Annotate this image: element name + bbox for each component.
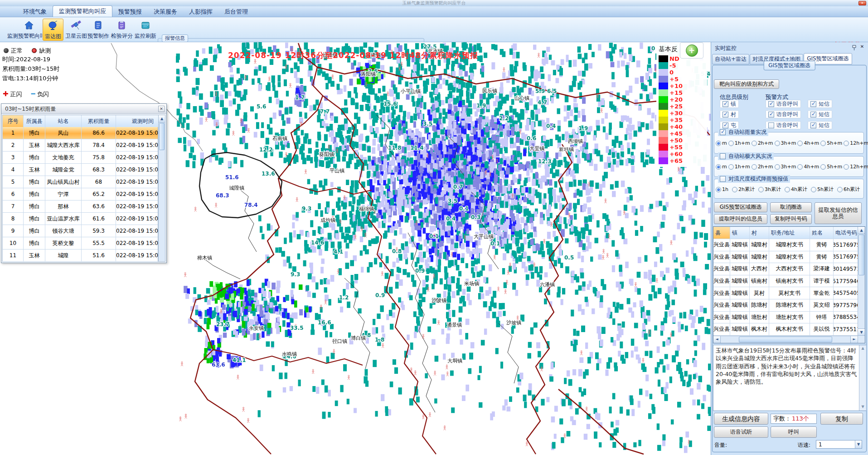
checkbox[interactable] [810,101,816,107]
table-row[interactable]: 1博白凤山86.62022-08-19 15:00 [3,127,158,139]
gis-select-button[interactable]: GIS预警区域圈选 [714,202,767,212]
checkbox[interactable] [723,112,728,117]
cancel-select-button[interactable]: 取消圈选 [770,202,812,212]
radio-icon[interactable] [752,141,757,146]
voice-call-checkbox-村[interactable]: 语音呼叫 [766,110,801,118]
radio-option-1h[interactable]: 1h [716,186,728,192]
radio-option-12h+m[interactable]: 12h+m [844,164,868,170]
contact-table-vscrollbar[interactable]: ▲ ▼ [858,227,865,343]
rain-table-close-icon[interactable]: ✕ [158,106,165,112]
tab-自动站+雷达[interactable]: 自动站+雷达 [712,54,749,64]
table-row[interactable]: 5博白凤山镇凤山村682022-08-19 15:00 [3,176,158,188]
column-header[interactable]: 所属县 [24,115,45,127]
checkbox[interactable] [810,112,816,117]
toolbar-item-检验评分[interactable]: 检验评分 [111,19,133,41]
window-close-button[interactable]: ✕ [858,1,866,5]
table-row[interactable]: 11玉林城隍51.62022-08-19 15:00 [3,250,158,262]
radio-option-4h+m[interactable]: 4h+m [797,140,819,146]
menu-item-环境气象[interactable]: 环境气象 [17,6,53,17]
radio-icon[interactable] [797,141,803,146]
forecast-group-checkbox[interactable] [720,176,726,182]
table-row[interactable]: 9博白顿谷大塘59.32022-08-19 15:00 [3,225,158,237]
scroll-right-icon[interactable]: ► [850,336,858,343]
checkbox[interactable] [723,122,728,128]
radio-option-5h+m[interactable]: 5h+m [820,164,842,170]
voice-call-checkbox-屯[interactable]: 语音呼叫 [766,121,801,129]
call-button[interactable]: 呼叫 [771,426,817,438]
pin-icon[interactable] [851,44,857,50]
radio-icon[interactable] [820,164,826,170]
scroll-up-icon[interactable]: ▲ [859,345,866,352]
radio-icon[interactable] [844,164,849,170]
scroll-thumb[interactable] [159,123,165,150]
checkbox[interactable] [768,112,774,117]
radio-icon[interactable] [775,164,780,170]
radio-option-2h+m[interactable]: 2h+m [752,164,773,170]
speed-dropdown[interactable]: 1 ▼ [816,440,862,449]
level-checkbox-村[interactable]: 村 [720,110,739,118]
toolbar-item-雷达图[interactable]: 雷达图 [43,19,63,41]
menu-item-决策服务[interactable]: 决策服务 [148,6,183,17]
contact-row[interactable]: 兴业县城隍镇城隍村城隍村支书黄铸1351769759 [713,251,865,264]
toolbar-item-预警制作[interactable]: 预警制作 [87,19,110,41]
generate-message-button[interactable]: 生成信息内容 [714,413,768,425]
table-row[interactable]: 6博白宁潭65.22022-08-19 15:00 [3,188,158,201]
radio-icon[interactable] [728,164,734,170]
radio-option-3h+m[interactable]: 3h+m [775,140,796,146]
table-row[interactable]: 3博白文地姜充75.82022-08-19 15:00 [3,152,158,164]
toolbar-item-卫星云图[interactable]: 卫星云图 [64,19,88,41]
table-row[interactable]: 4玉林城隍金党68.32022-08-19 15:00 [3,164,158,176]
extract-call-button[interactable]: 提取呼叫的信息员 [714,214,767,224]
checkbox[interactable] [810,122,816,128]
column-header[interactable]: 县 [713,227,730,239]
column-header[interactable]: 电话号码 [834,227,859,239]
sms-checkbox-镇[interactable]: 短信 [808,100,832,108]
copy-button[interactable]: 复制 [820,413,863,425]
contact-row[interactable]: 兴业县城隍镇城隍村城隍村支书黄铸1351769759 [713,239,865,251]
column-header[interactable]: 村 [750,227,769,239]
sms-checkbox-村[interactable]: 短信 [808,110,832,118]
radio-option-m[interactable]: m [716,164,727,170]
radio-option-4h+m[interactable]: 4h+m [797,164,819,170]
chevron-down-icon[interactable]: ▼ [855,440,862,448]
radio-icon[interactable] [811,187,816,192]
extract-sms-button[interactable]: 提取发短信的信息员 [815,202,862,224]
table-row[interactable]: 10博白英桥文黎55.52022-08-19 15:00 [3,237,158,250]
table-row[interactable]: 7博白那林63.62022-08-19 15:00 [3,201,158,213]
radio-icon[interactable] [716,141,721,146]
radio-option-6h累计[interactable]: 6h累计 [837,186,860,193]
rain-table-scrollbar[interactable]: ▲ [158,115,165,262]
sms-checkbox-屯[interactable]: 短信 [808,121,832,129]
table-row[interactable]: 2玉林城隍大西水库78.42022-08-19 15:00 [3,139,158,152]
contact-row[interactable]: 兴业县城隍镇塘肚村塘肚村支书钟塔1378855341 [713,312,865,324]
radio-icon[interactable] [797,164,803,170]
call-level-button[interactable]: 靶向叫应的级别和方式 [714,79,779,89]
radio-icon[interactable] [716,187,721,192]
radio-icon[interactable] [728,141,734,146]
column-header[interactable]: 站名 [45,115,82,127]
radio-icon[interactable] [785,187,790,192]
message-vscrollbar[interactable]: ▲ ▼ [859,345,866,411]
radio-option-3h累计[interactable]: 3h累计 [758,186,781,193]
scroll-up-icon[interactable]: ▲ [159,115,165,122]
scroll-down-icon[interactable]: ▼ [858,328,865,336]
warning-message-textarea[interactable]: 玉林市气象台19日5时15分发布暴雨橙色预警信号：4时以来兴业县城隍大西水库已出… [713,345,867,411]
menu-item-人影指挥[interactable]: 人影指挥 [183,6,218,17]
checkbox[interactable] [768,122,774,128]
scroll-thumb[interactable] [739,337,832,342]
radio-icon[interactable] [820,141,826,146]
contact-row[interactable]: 兴业县城隍镇大西村大西村支书梁泽建1301495711 [713,263,865,275]
contact-row[interactable]: 兴业县城隍镇镇南村镇南村支书谭于模1517759468 [713,275,865,288]
contact-table-hscrollbar[interactable]: ◄ ► [713,336,858,343]
panel-close-icon[interactable]: ✕ [859,44,865,50]
level-checkbox-镇[interactable]: 镇 [720,100,739,108]
wind-group-checkbox[interactable] [720,153,726,159]
radio-option-2h+m[interactable]: 2h+m [752,140,773,146]
menu-item-后台管理[interactable]: 后台管理 [218,6,254,17]
copy-number-button[interactable]: 复制呼叫号码 [770,214,812,224]
radio-icon[interactable] [837,187,843,192]
voice-call-checkbox-镇[interactable]: 语音呼叫 [766,100,801,108]
radio-option-1h+m[interactable]: 1h+m [728,140,750,146]
radio-icon[interactable] [758,187,764,192]
column-header[interactable]: 累积雨量 [82,115,116,127]
